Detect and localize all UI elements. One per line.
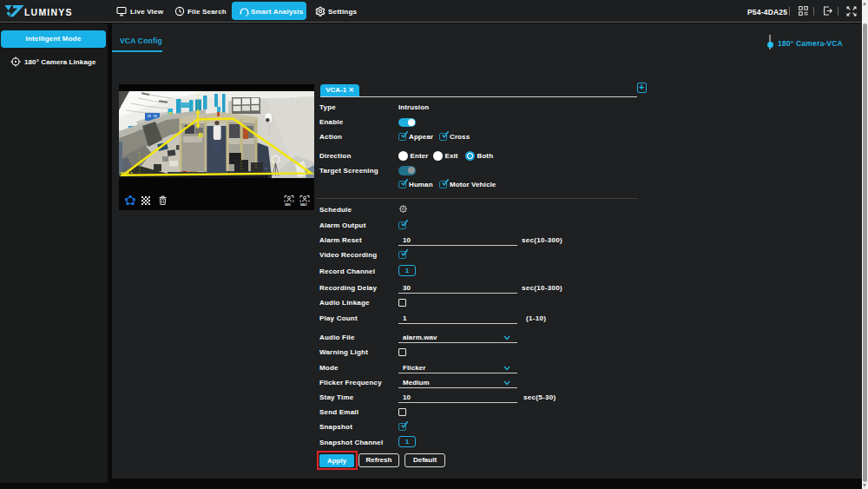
svg-text:01/22/25 4:56:38 PM: 01/22/25 4:56:38 PM bbox=[260, 94, 297, 98]
svg-text:MAX: MAX bbox=[300, 202, 307, 205]
svg-text:W=6.1: W=6.1 bbox=[121, 171, 134, 176]
svg-text:B: B bbox=[199, 130, 204, 138]
svg-text:MIN: MIN bbox=[285, 202, 291, 205]
